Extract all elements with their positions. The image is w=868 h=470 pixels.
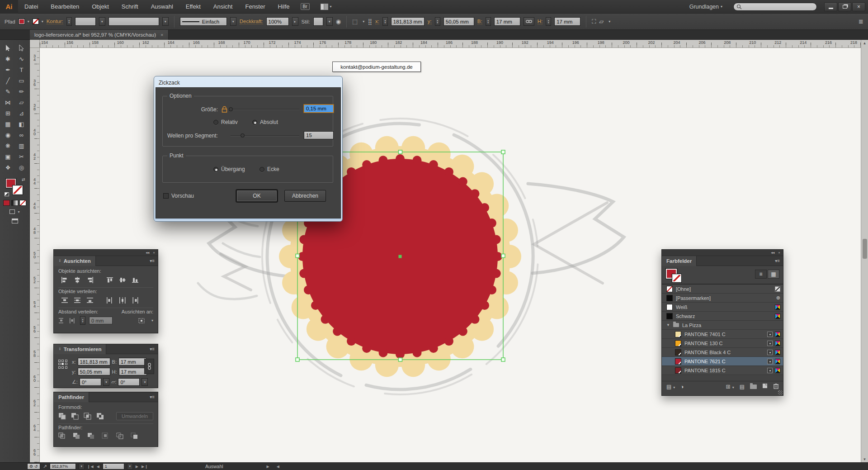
stroke-color-proxy[interactable]: [12, 185, 23, 195]
menu-item[interactable]: Fenster: [239, 0, 271, 14]
outline-button[interactable]: [116, 432, 124, 440]
gradient-tool[interactable]: ◧: [15, 119, 28, 129]
y-field[interactable]: 50,05 mm: [78, 368, 110, 375]
slice-tool[interactable]: ✂: [15, 151, 28, 162]
new-folder-button[interactable]: [750, 385, 757, 389]
pen-tool[interactable]: ✒: [1, 64, 15, 75]
align-to-selection-button[interactable]: [138, 318, 146, 324]
free-transform-tool[interactable]: ▱: [15, 97, 28, 108]
close-button[interactable]: ×: [852, 2, 865, 11]
color-button[interactable]: [3, 200, 10, 206]
trash-button[interactable]: [774, 383, 778, 390]
collapse-icon[interactable]: ◂◂: [146, 251, 149, 255]
mesh-tool[interactable]: ▦: [1, 119, 15, 129]
reference-point-icon[interactable]: ⣿: [368, 18, 372, 25]
close-tab-icon[interactable]: ×: [160, 32, 163, 38]
radio-absolute[interactable]: Absolut: [252, 119, 278, 125]
first-artboard-button[interactable]: ❙◀: [87, 465, 94, 469]
align-top-button[interactable]: [104, 275, 116, 285]
distribute-vcenter-button[interactable]: [71, 296, 84, 305]
swap-fill-stroke-icon[interactable]: ⇄: [22, 177, 25, 182]
swatch-group-row[interactable]: ▼ La Pizza: [662, 321, 783, 330]
unite-button[interactable]: [58, 413, 66, 420]
artboard-number-field[interactable]: 1: [103, 463, 124, 470]
menu-item[interactable]: Ansicht: [207, 0, 239, 14]
artboard-dropdown[interactable]: ▾: [127, 463, 133, 470]
recolor-artwork-icon[interactable]: ◉: [336, 18, 341, 25]
zoom-tool[interactable]: ◎: [15, 162, 28, 173]
last-artboard-button[interactable]: ▶❙: [142, 465, 148, 469]
size-field[interactable]: 0,15 mm: [304, 104, 334, 113]
brush-definition-field[interactable]: Einfach: [180, 17, 227, 26]
shape-builder-tool[interactable]: ⊞: [1, 108, 15, 119]
bridge-button[interactable]: Br: [301, 3, 310, 10]
x-field[interactable]: 181,813 mm: [391, 17, 425, 26]
stroke-weight-dropdown[interactable]: ▾: [99, 17, 105, 26]
menu-item[interactable]: Hilfe: [272, 0, 296, 14]
distribute-right-button[interactable]: [129, 296, 142, 305]
distribute-hcenter-button[interactable]: [116, 296, 129, 305]
cancel-button[interactable]: Abbrechen: [284, 190, 326, 202]
height-field[interactable]: 17 mm: [554, 17, 580, 26]
default-fill-stroke-icon[interactable]: [5, 192, 9, 196]
new-swatch-button[interactable]: [762, 383, 768, 390]
trim-button[interactable]: [73, 432, 81, 440]
swatch-row-pantone[interactable]: PANTONE 7401 C: [662, 330, 783, 339]
next-artboard-button[interactable]: ▶: [136, 465, 139, 469]
pencil-tool[interactable]: ✏: [15, 86, 28, 97]
reference-point-selector[interactable]: [58, 360, 68, 370]
swatch-row-pantone[interactable]: PANTONE 1815 C: [662, 366, 783, 375]
horizontal-spacing-button[interactable]: [69, 318, 76, 324]
scroll-left-icon[interactable]: ◀: [277, 465, 279, 469]
height-field[interactable]: 17 mm: [119, 368, 147, 375]
zoom-level-field[interactable]: 952,97%: [50, 463, 76, 470]
disclosure-triangle-icon[interactable]: ▼: [666, 323, 670, 327]
ruler-corner[interactable]: [30, 40, 40, 48]
scrollbar-thumb[interactable]: [863, 239, 867, 259]
spacing-field[interactable]: 0 mm: [89, 317, 113, 324]
align-right-button[interactable]: [84, 275, 96, 285]
style-field[interactable]: [313, 17, 323, 26]
swatch-options-button[interactable]: ▤: [740, 384, 745, 390]
tab-align[interactable]: ⇕Ausrichten: [54, 256, 96, 266]
radio-relative[interactable]: Relativ: [213, 119, 238, 125]
tab-swatches[interactable]: Farbfelder: [662, 256, 697, 266]
y-field[interactable]: 50,05 mm: [443, 17, 474, 26]
swatch-row-none[interactable]: [Ohne]: [662, 285, 783, 294]
stroke-weight-field[interactable]: [75, 17, 96, 26]
rotate-field[interactable]: 0°: [80, 378, 101, 386]
magic-wand-tool[interactable]: ✱: [1, 53, 15, 64]
panel-menu-icon[interactable]: ▾≡: [150, 347, 158, 351]
ridges-slider-knob[interactable]: [241, 133, 245, 138]
distribute-left-button[interactable]: [104, 296, 116, 305]
horizontal-ruler[interactable]: 1541561581601621641661681701721741761781…: [40, 40, 861, 48]
distribute-top-button[interactable]: [58, 296, 71, 305]
divide-button[interactable]: [58, 432, 66, 440]
swatch-row-pantone[interactable]: PANTONE 130 C: [662, 339, 783, 348]
width-field[interactable]: 17 mm: [118, 358, 146, 366]
dialog-title-bar[interactable]: Zickzack: [156, 78, 341, 87]
align-vcenter-button[interactable]: [116, 275, 129, 285]
stroke-weight-label[interactable]: Kontur:: [47, 19, 63, 24]
opacity-field[interactable]: 100%: [266, 17, 289, 26]
swatch-row-white[interactable]: Weiß: [662, 303, 783, 312]
gradient-button[interactable]: [11, 200, 18, 206]
expand-button[interactable]: Umwandeln: [116, 412, 153, 420]
tab-pathfinder[interactable]: Pathfinder: [54, 392, 89, 402]
document-tab[interactable]: logo-lieferservice.ai* bei 952,97 % (CMY…: [30, 30, 169, 40]
x-field[interactable]: 181,813 mm: [78, 358, 110, 366]
ridges-field[interactable]: 15: [304, 131, 334, 139]
perspective-grid-tool[interactable]: ⊿: [15, 108, 28, 119]
close-icon[interactable]: ×: [778, 251, 780, 255]
spacing-stepper[interactable]: [80, 316, 85, 325]
shear-field[interactable]: 0°: [118, 378, 140, 386]
radio-smooth[interactable]: Übergang: [213, 166, 245, 172]
variable-width-profile-field[interactable]: [108, 17, 159, 26]
menu-item[interactable]: Auswahl: [145, 0, 179, 14]
rectangle-tool[interactable]: ▭: [15, 75, 28, 86]
hand-tool[interactable]: ❖: [1, 162, 15, 173]
shear-dropdown[interactable]: ▾: [142, 378, 148, 386]
menu-item[interactable]: Datei: [18, 0, 44, 14]
stroke-color-proxy[interactable]: [672, 274, 682, 283]
menu-item[interactable]: Bearbeiten: [44, 0, 85, 14]
